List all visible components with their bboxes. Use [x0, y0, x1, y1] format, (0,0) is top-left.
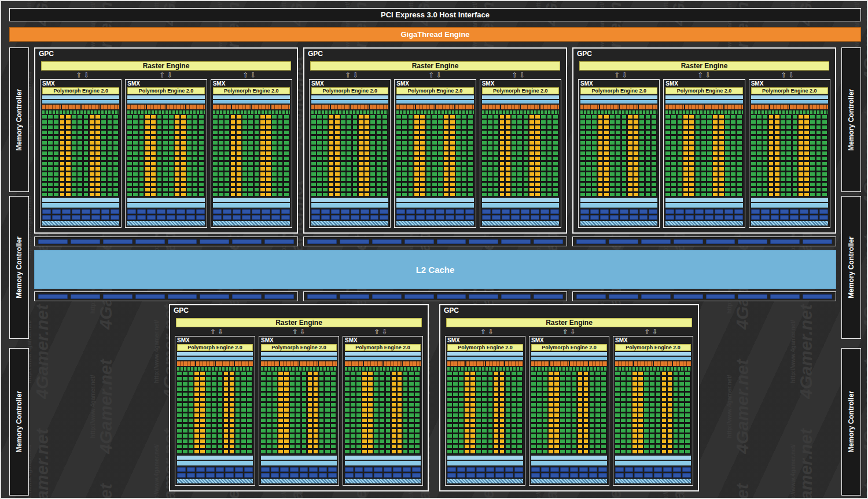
smx-block: SMXPolymorph Engine 2.0: [175, 336, 255, 486]
segment-row: [482, 215, 559, 220]
segment-row: [311, 209, 388, 214]
segment-row: [447, 467, 523, 472]
crossbar-segment: [135, 239, 165, 244]
crossbar-segment: [674, 294, 703, 299]
blue-row: [396, 95, 473, 99]
blue-segment: [91, 209, 100, 214]
blue-segment: [271, 209, 280, 214]
blue-segment: [492, 215, 501, 220]
blue-segment: [665, 209, 674, 214]
polymorph-engine-bar: Polymorph Engine 2.0: [345, 344, 421, 351]
orange-segment: [589, 361, 607, 366]
watermark-title: 4Gamer.net: [97, 346, 115, 467]
orange-segment-row: [345, 361, 421, 366]
arrow-pair: ⇧⇩: [124, 71, 208, 79]
arrow-pair: ⇧⇩: [208, 71, 291, 79]
crossbar-segment: [200, 294, 229, 299]
blue-bar: [615, 461, 691, 465]
blue-segment: [393, 473, 402, 478]
smx-label: SMX: [213, 80, 290, 87]
blue-segment: [436, 215, 444, 220]
crossbar-segment: [168, 239, 197, 244]
blue-segment: [187, 467, 196, 472]
crossbar-segment: [264, 239, 294, 244]
blue-row: [751, 95, 828, 99]
segment-row: [345, 467, 421, 472]
smx-row: SMXPolymorph Engine 2.0SMXPolymorph Engi…: [40, 79, 292, 228]
blue-segment: [734, 209, 743, 214]
smx-block: SMXPolymorph Engine 2.0: [663, 79, 745, 228]
orange-segment: [416, 105, 435, 109]
blue-segment: [579, 473, 588, 478]
core-grid: [396, 115, 473, 196]
watermark-title: 4Gamer.net: [97, 470, 115, 498]
dotted-row: [615, 479, 691, 483]
blue-segment: [771, 215, 779, 220]
memory-controller: Memory Controller: [9, 196, 29, 339]
watermark-url: http://www.4gamer.net/: [727, 346, 733, 467]
smx-block: SMXPolymorph Engine 2.0: [613, 336, 693, 486]
crossbar-segment: [264, 294, 294, 299]
crossbar-segment: [232, 294, 262, 299]
blue-segment: [610, 209, 619, 214]
smx-label: SMX: [482, 80, 559, 87]
blue-segment: [673, 473, 682, 478]
blue-segment: [328, 467, 337, 472]
watermark-url: http://www.4gamer.net/: [727, 470, 733, 498]
blue-segment: [751, 209, 760, 214]
blue-segment: [550, 473, 559, 478]
orange-segment-row: [261, 361, 337, 366]
watermark-title: 4Gamer.net: [733, 470, 752, 498]
orange-segment: [62, 105, 80, 109]
blue-segment: [482, 215, 491, 220]
watermark-title: 4Gamer.net: [797, 291, 815, 412]
l2-cache-bar: L2 Cache: [34, 250, 836, 289]
blue-bar: [396, 203, 473, 208]
down-arrow-icon: ⇩: [622, 72, 628, 79]
gigathread-engine-bar: GigaThread Engine: [9, 27, 861, 42]
blue-row: [213, 95, 290, 99]
blue-bar: [177, 461, 253, 465]
watermark-url: http://www.4gamer.net/: [90, 470, 97, 498]
orange-segment: [620, 105, 638, 109]
watermark-title: 4Gamer.net: [860, 97, 867, 219]
blue-segment: [705, 209, 713, 214]
green-dash-row: [482, 110, 559, 114]
blue-segment: [751, 215, 760, 220]
blue-row: [531, 352, 607, 356]
blue-segment: [321, 209, 330, 214]
blue-row: [177, 357, 253, 360]
up-arrow-icon: ⇧: [428, 72, 434, 79]
smx-label: SMX: [311, 80, 388, 87]
blue-bar: [345, 461, 421, 465]
blue-segment: [465, 209, 474, 214]
blue-segment: [580, 215, 589, 220]
orange-segment-row: [42, 105, 119, 109]
dotted-row: [261, 479, 337, 483]
blue-segment: [570, 467, 579, 472]
dotted-row: [42, 221, 119, 226]
blue-segment: [790, 215, 799, 220]
orange-segment: [639, 105, 657, 109]
raster-arrows: ⇧⇩⇧⇩⇧⇩: [579, 71, 829, 79]
orange-segment: [790, 105, 808, 109]
blue-segment: [600, 209, 609, 214]
polymorph-engine-bar: Polymorph Engine 2.0: [311, 87, 388, 94]
gpu-block-diagram: http://www.4gamer.net/4Gamer.nethttp://w…: [0, 0, 868, 499]
blue-segment: [771, 209, 779, 214]
blue-row: [580, 95, 657, 99]
blue-row: [127, 95, 204, 99]
memory-controller: Memory Controller: [841, 348, 861, 496]
orange-segment: [455, 105, 474, 109]
core-grid: [531, 372, 607, 454]
blue-segment: [705, 215, 713, 220]
blue-bar: [531, 456, 607, 460]
smx-block: SMXPolymorph Engine 2.0: [445, 336, 525, 486]
gpc-block: GPCRaster Engine⇧⇩⇧⇩⇧⇩SMXPolymorph Engin…: [303, 47, 567, 234]
watermark-title: 4Gamer.net: [33, 291, 52, 412]
arrow-pair: ⇧⇩: [393, 71, 477, 79]
smx-label: SMX: [127, 80, 204, 87]
memory-controller-label: Memory Controller: [15, 391, 23, 453]
watermark-url: http://www.4gamer.net/: [154, 415, 160, 498]
crossbar-row: [303, 236, 567, 246]
